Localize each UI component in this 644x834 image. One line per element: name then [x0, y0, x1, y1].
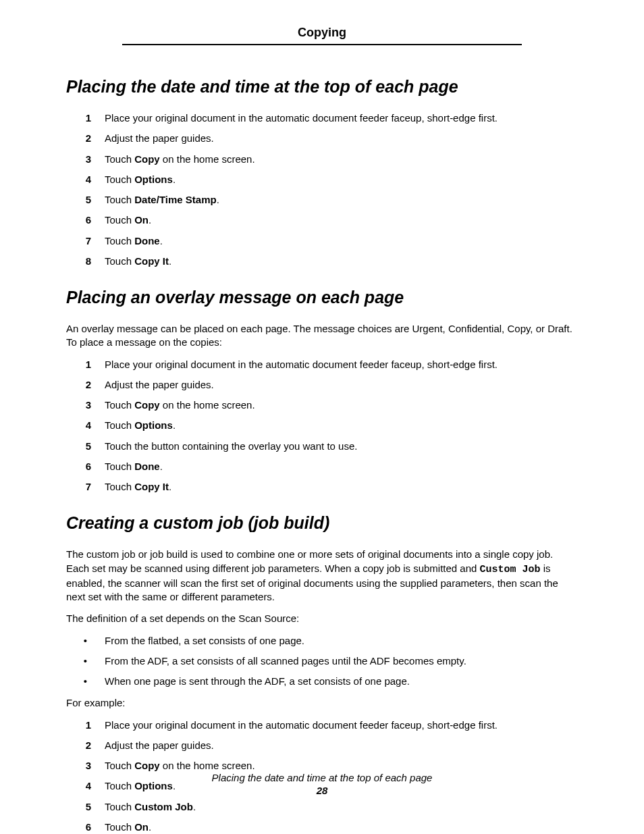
bold-term: On — [134, 821, 149, 833]
step-number: 2 — [66, 739, 105, 752]
step-text: Place your original document in the auto… — [105, 719, 578, 732]
step-number: 4 — [66, 419, 105, 432]
list-item: •When one page is sent through the ADF, … — [66, 675, 578, 688]
list-item: 2Adjust the paper guides. — [66, 739, 578, 752]
list-item: 3Touch Copy on the home screen. — [66, 153, 578, 166]
list-item: 8Touch Copy It. — [66, 255, 578, 268]
step-text: Touch Copy on the home screen. — [105, 759, 578, 773]
step-number: 3 — [66, 759, 105, 773]
step-number: 1 — [66, 358, 105, 371]
ordered-list: 1Place your original document in the aut… — [66, 358, 578, 494]
list-item: 6Touch Done. — [66, 460, 578, 473]
list-item: 3Touch Copy on the home screen. — [66, 759, 578, 773]
step-number: 6 — [66, 213, 105, 227]
bold-term: Copy It — [134, 481, 169, 492]
step-text: Touch Custom Job. — [105, 800, 578, 814]
list-item: 6Touch On. — [66, 213, 578, 227]
section-heading: Placing the date and time at the top of … — [66, 76, 578, 97]
step-text: Touch Done. — [105, 234, 578, 248]
intro-paragraph: An overlay message can be placed on each… — [66, 322, 578, 350]
bold-term: Copy — [134, 760, 160, 771]
definition-line: The definition of a set depends on the S… — [66, 612, 578, 625]
step-number: 1 — [66, 111, 105, 125]
step-text: Touch Date/Time Stamp. — [105, 193, 578, 207]
list-item: 1Place your original document in the aut… — [66, 111, 578, 125]
bold-term: On — [134, 214, 149, 226]
step-text: Adjust the paper guides. — [105, 378, 578, 392]
bullet-list: •From the flatbed, a set consists of one… — [66, 634, 578, 689]
step-number: 7 — [66, 234, 105, 248]
step-text: Touch Options. — [105, 173, 578, 186]
bullet-text: When one page is sent through the ADF, a… — [105, 675, 578, 688]
step-text: Place your original document in the auto… — [105, 111, 578, 125]
list-item: •From the ADF, a set consists of all sca… — [66, 654, 578, 668]
page-number: 28 — [0, 785, 644, 796]
document-page: Copying Placing the date and time at the… — [0, 0, 644, 834]
step-number: 3 — [66, 153, 105, 166]
bold-term: Done — [134, 461, 160, 472]
bold-term: Custom Job — [134, 801, 193, 812]
step-number: 3 — [66, 398, 105, 412]
intro-paragraph: The custom job or job build is used to c… — [66, 548, 578, 604]
bullet-text: From the flatbed, a set consists of one … — [105, 634, 578, 648]
bullet-icon: • — [66, 675, 105, 688]
bullet-icon: • — [66, 634, 105, 648]
bold-term: Copy — [134, 399, 160, 411]
chapter-title: Copying — [66, 26, 578, 44]
section-heading: Creating a custom job (job build) — [66, 513, 578, 533]
list-item: 4Touch Options. — [66, 173, 578, 186]
footer-title: Placing the date and time at the top of … — [0, 772, 644, 783]
bold-term: Options — [134, 419, 173, 431]
bold-term: Options — [134, 174, 173, 185]
step-text: Touch Copy It. — [105, 480, 578, 494]
step-text: Adjust the paper guides. — [105, 132, 578, 145]
step-number: 6 — [66, 820, 105, 834]
list-item: 1Place your original document in the aut… — [66, 719, 578, 732]
section-heading: Placing an overlay message on each page — [66, 287, 578, 307]
step-number: 5 — [66, 193, 105, 207]
step-number: 7 — [66, 480, 105, 494]
list-item: 5Touch Date/Time Stamp. — [66, 193, 578, 207]
step-text: Place your original document in the auto… — [105, 358, 578, 371]
step-text: Touch the button containing the overlay … — [105, 440, 578, 453]
step-number: 2 — [66, 378, 105, 392]
step-text: Touch Copy It. — [105, 255, 578, 268]
bullet-text: From the ADF, a set consists of all scan… — [105, 654, 578, 668]
step-number: 5 — [66, 440, 105, 453]
list-item: 2Adjust the paper guides. — [66, 378, 578, 392]
step-text: Touch Copy on the home screen. — [105, 398, 578, 412]
bold-term: Date/Time Stamp — [134, 194, 216, 205]
list-item: •From the flatbed, a set consists of one… — [66, 634, 578, 648]
step-number: 1 — [66, 719, 105, 732]
list-item: 6Touch On. — [66, 820, 578, 834]
page-footer: Placing the date and time at the top of … — [0, 772, 644, 796]
list-item: 4Touch Options. — [66, 419, 578, 432]
step-number: 4 — [66, 173, 105, 186]
example-label: For example: — [66, 696, 578, 710]
bold-term: Copy It — [134, 255, 169, 267]
step-number: 2 — [66, 132, 105, 145]
list-item: 5Touch Custom Job. — [66, 800, 578, 814]
list-item: 7Touch Copy It. — [66, 480, 578, 494]
step-text: Touch On. — [105, 213, 578, 227]
step-text: Touch Copy on the home screen. — [105, 153, 578, 166]
inline-code: Custom Job — [480, 564, 541, 575]
bullet-icon: • — [66, 654, 105, 668]
step-text: Touch Options. — [105, 419, 578, 432]
bold-term: Done — [134, 235, 160, 246]
list-item: 1Place your original document in the aut… — [66, 358, 578, 371]
header-rule — [122, 44, 522, 45]
step-text: Touch On. — [105, 820, 578, 834]
list-item: 3Touch Copy on the home screen. — [66, 398, 578, 412]
list-item: 5Touch the button containing the overlay… — [66, 440, 578, 453]
step-text: Adjust the paper guides. — [105, 739, 578, 752]
step-number: 6 — [66, 460, 105, 473]
ordered-list: 1Place your original document in the aut… — [66, 111, 578, 268]
step-text: Touch Done. — [105, 460, 578, 473]
list-item: 7Touch Done. — [66, 234, 578, 248]
step-number: 8 — [66, 255, 105, 268]
list-item: 2Adjust the paper guides. — [66, 132, 578, 145]
bold-term: Copy — [134, 153, 160, 165]
step-number: 5 — [66, 800, 105, 814]
